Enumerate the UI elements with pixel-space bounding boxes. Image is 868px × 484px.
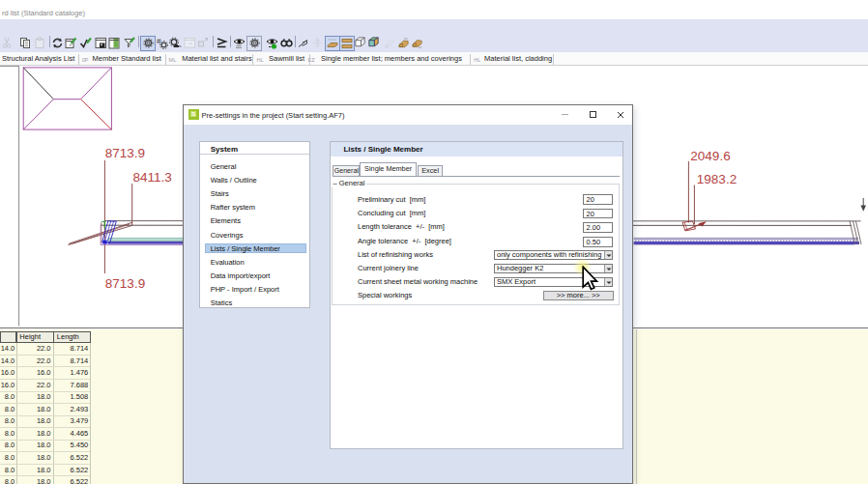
- svg-text:8411.3: 8411.3: [133, 170, 172, 185]
- svg-text:1983.2: 1983.2: [697, 172, 737, 186]
- svg-text:8713.9: 8713.9: [105, 146, 145, 160]
- svg-text:8713.9: 8713.9: [105, 276, 145, 291]
- svg-text:2049.6: 2049.6: [690, 149, 730, 163]
